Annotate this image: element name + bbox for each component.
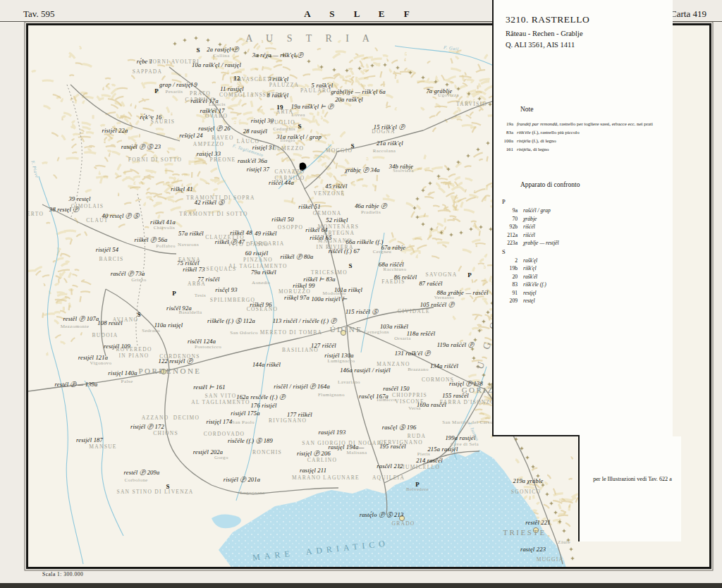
map-point-label: 113 risčél / risčéle (f.) Ⓟ bbox=[273, 317, 337, 326]
map-point-label: 146a rastjél / ristjél bbox=[340, 367, 391, 374]
map-point-label: riškél 50 bbox=[271, 216, 293, 223]
map-place-label: Cave di Sela bbox=[451, 441, 479, 447]
notes-header: Note bbox=[520, 106, 533, 113]
map-place-label: Palse bbox=[121, 379, 133, 384]
map-place-label: San Paolo bbox=[232, 419, 255, 425]
map-place-label: SGONICO bbox=[511, 489, 541, 495]
map-place-label: FORNI DI SOTTO bbox=[128, 157, 182, 163]
map-point-label: ristjél 54 bbox=[96, 246, 118, 253]
map-place-label: FIUMICELLO bbox=[399, 464, 440, 470]
map-place-label: CORMONS bbox=[422, 376, 454, 383]
apparato-list: P9arašćél / grap70χrábje92brišćél212ariš… bbox=[499, 197, 668, 305]
map-point-label: riškęl 41 bbox=[171, 185, 192, 192]
map-point-label: rastjęl 211 bbox=[300, 467, 326, 474]
map-place-label: Collina bbox=[213, 53, 229, 59]
map-place-label: AVIANO bbox=[113, 317, 138, 323]
map-place-label: Luincis bbox=[209, 102, 226, 107]
map-point-label: 45 riščél bbox=[325, 183, 347, 190]
map-point-label: rastjél 193 bbox=[319, 429, 346, 436]
map-point-label: 49 riškél bbox=[255, 230, 276, 237]
map-place-label: TARVISIO bbox=[456, 101, 487, 107]
map-place-label: MANSUE bbox=[89, 443, 116, 450]
map-place-label: Tesis bbox=[195, 293, 206, 298]
map-place-label: Racchiuso bbox=[384, 267, 407, 272]
apparato-group: P bbox=[502, 197, 668, 207]
map-place-label: Modoletto bbox=[323, 290, 346, 296]
map-point-label: ristjél Ⓟ 201a bbox=[224, 476, 260, 484]
map-place-label: BARCIS bbox=[99, 256, 124, 262]
apparato-row: 20rašk'él bbox=[499, 273, 668, 281]
map-point-label: 214 rasčél bbox=[416, 457, 443, 464]
map-place-label: OVARO bbox=[205, 113, 228, 119]
legend-border-bottom bbox=[492, 435, 580, 436]
map-place-label: PAULARO bbox=[300, 87, 331, 94]
map-point-label: ristjęl 37 bbox=[247, 166, 269, 173]
map-place-label: SAN VITO AL TAGLIAMENTO bbox=[191, 393, 250, 405]
map-point-label: restél Ⓟ 209a bbox=[124, 469, 160, 477]
map-place-label: RONCHIS bbox=[252, 449, 282, 455]
map-place-label: Pradielis bbox=[361, 209, 381, 215]
river-label: F. Piave bbox=[30, 160, 39, 178]
apparato-row: 83rišk'éle (f.) bbox=[499, 281, 668, 289]
map-point-label: 219a χráble bbox=[513, 477, 543, 484]
map-point-label: riškél 73 bbox=[183, 266, 204, 273]
map-place-label: Chievolis bbox=[154, 225, 175, 231]
map-place-label: PREONE bbox=[210, 157, 236, 163]
map-point-label: 119a rašćél Ⓟ bbox=[437, 341, 475, 350]
map-place-label: SUTRIO bbox=[263, 92, 288, 98]
river-label: F. Gail bbox=[443, 44, 459, 51]
map-place-label: FANNA bbox=[178, 257, 201, 263]
map-place-label: AMPEZZO bbox=[193, 141, 225, 147]
map-place-label: Basaldella bbox=[178, 310, 202, 315]
map-place-label: Vernasso bbox=[434, 295, 454, 300]
map-place-label: MARE ADRIATICO bbox=[252, 538, 389, 563]
map-point-label: risčéle (f.) Ⓢ 189 bbox=[228, 437, 273, 446]
map-place-label: Pieris bbox=[417, 451, 430, 457]
map-place-label: ZUGLIO bbox=[270, 119, 295, 125]
map-place-label: LÀUCO bbox=[237, 138, 259, 145]
map-place-label: BASILIANO bbox=[282, 347, 319, 353]
apparato-row: 9arašćél / grap bbox=[499, 207, 668, 215]
map-point-label: 60 ristjél bbox=[245, 250, 268, 257]
map-place-label: ERTO bbox=[28, 211, 44, 217]
map-point-label: 131 rašk'él Ⓟ bbox=[395, 350, 431, 358]
map-place-label: Grizzo bbox=[131, 277, 146, 283]
apparato-row: 19brišk'ęl bbox=[499, 264, 668, 273]
map-place-label: Navarons bbox=[178, 242, 199, 247]
map-place-label: TRIESTE bbox=[503, 528, 546, 537]
map-place-label: AZZANO DECIMO bbox=[142, 415, 200, 421]
map-point-label: 21a rišk'ęl bbox=[377, 140, 403, 147]
map-point-label: ristjęl 174 bbox=[207, 418, 233, 425]
map-point-label: rastk'él 36a bbox=[238, 157, 267, 164]
map-point-label: 144a riškél bbox=[252, 361, 281, 368]
illustrations-box-border bbox=[578, 435, 580, 541]
map-place-label: Gorgo bbox=[214, 455, 228, 460]
map-point-label: rastę́lo Ⓟ Ⓢ 213 bbox=[360, 511, 404, 520]
map-place-label: ROVEREDO IN PIANO bbox=[116, 346, 152, 359]
map-place-label: TRAMONTI DI SOTTO bbox=[179, 211, 247, 217]
apparato-row: 91restjęl bbox=[499, 289, 668, 298]
map-place-label: VENZONE bbox=[314, 190, 345, 197]
apparato-row: 70χrábje bbox=[499, 215, 668, 223]
map-place-label: MAGNANO IN RIVIERA bbox=[316, 238, 353, 250]
map-point-label: P bbox=[467, 271, 472, 278]
apparato-row: 212arišćél bbox=[499, 231, 668, 240]
map-scale: Scala 1: 300.000 bbox=[42, 571, 83, 577]
map-point-label: 118a reščél bbox=[407, 330, 436, 337]
map-place-label: ÚDINE bbox=[330, 325, 363, 333]
map-place-label: OSOPPO bbox=[278, 224, 304, 231]
map-point-label: ristjél 22a bbox=[102, 127, 128, 134]
map-point-label: riškęl 97a bbox=[284, 294, 310, 301]
map-point-label: rasčél 150 bbox=[383, 385, 410, 392]
map-place-label: FAEDIS bbox=[381, 278, 405, 285]
map-point-label: 79a riškél bbox=[251, 269, 276, 276]
map-place-label: SAVOGNA bbox=[426, 271, 458, 278]
map-point-label: grap / rastjęl 9 bbox=[159, 81, 197, 88]
map-place-label: Flumignano bbox=[318, 392, 345, 398]
map-place-label: CHIOPPRIS VISCONE bbox=[392, 392, 427, 405]
map-place-label: Illegio bbox=[280, 137, 295, 143]
apparato-row: 223aχrablje — restjěl bbox=[499, 239, 668, 247]
map-point-label: riškéle (f.) Ⓢ 112a bbox=[207, 317, 255, 326]
map-place-label: San Odorico bbox=[230, 330, 258, 336]
map-point-label: 57a riškél bbox=[178, 230, 204, 237]
